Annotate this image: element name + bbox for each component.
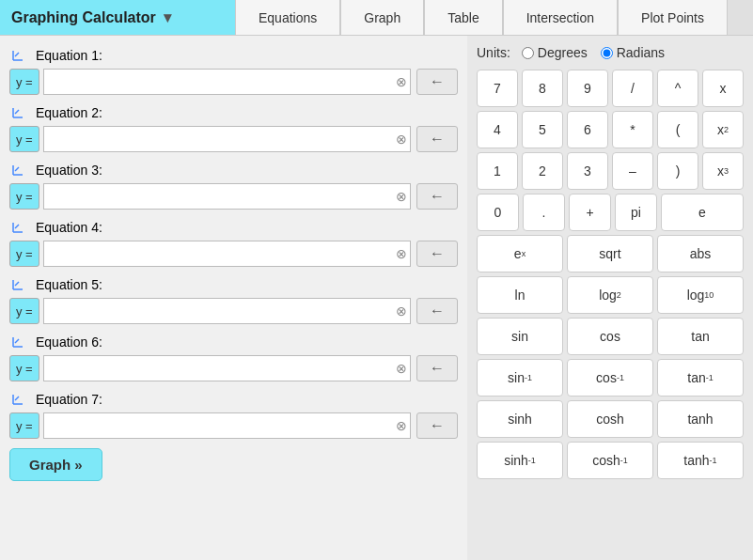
btn-9[interactable]: 9	[567, 70, 608, 107]
equation-clear-2[interactable]: ⊗	[396, 132, 407, 146]
btn-cos[interactable]: cos	[567, 318, 653, 355]
btn-open-paren[interactable]: (	[657, 111, 698, 148]
equation-label-3: Equation 3:	[36, 163, 102, 178]
equation-input-6[interactable]	[43, 355, 411, 381]
equation-clear-3[interactable]: ⊗	[396, 190, 407, 203]
btn-arcsinh[interactable]: sinh-1	[477, 442, 563, 479]
btn-log2[interactable]: log2	[567, 276, 653, 314]
btn-divide[interactable]: /	[612, 70, 653, 107]
degrees-radio-label[interactable]: Degrees	[522, 45, 588, 60]
btn-5[interactable]: 5	[522, 111, 563, 148]
equation-input-4[interactable]	[43, 241, 411, 267]
equation-clear-6[interactable]: ⊗	[396, 362, 407, 375]
equation-clear-4[interactable]: ⊗	[396, 247, 407, 260]
equation-backspace-4[interactable]: ←	[416, 241, 458, 267]
equations-list: Equation 1: y = ⊗ ←	[0, 36, 467, 560]
equation-input-row-6: y = ⊗ ←	[9, 355, 458, 381]
btn-sin[interactable]: sin	[477, 318, 563, 355]
equation-input-7[interactable]	[43, 412, 411, 439]
btn-close-paren[interactable]: )	[657, 152, 698, 190]
btn-sinh[interactable]: sinh	[477, 400, 563, 438]
btn-plus[interactable]: +	[569, 194, 611, 231]
equation-backspace-7[interactable]: ←	[416, 412, 458, 439]
btn-arccos[interactable]: cos-1	[567, 359, 653, 397]
equation-backspace-5[interactable]: ←	[416, 298, 458, 324]
radians-label: Radians	[617, 45, 665, 60]
equation-clear-7[interactable]: ⊗	[396, 419, 407, 432]
equation-input-3[interactable]	[43, 183, 411, 210]
tab-graph[interactable]: Graph	[340, 0, 424, 35]
btn-power[interactable]: ^	[657, 70, 698, 107]
equation-icon-1	[9, 45, 30, 66]
equation-header-6: Equation 6:	[9, 332, 458, 352]
equation-input-2[interactable]	[43, 126, 411, 152]
y-equals-3: y =	[9, 183, 39, 210]
equation-input-wrapper-2: ⊗	[43, 126, 411, 152]
y-equals-7: y =	[9, 412, 39, 439]
calc-row-4: 0 . + pi e	[477, 194, 744, 231]
btn-pi[interactable]: pi	[615, 194, 657, 231]
equation-input-5[interactable]	[43, 298, 411, 324]
tab-table[interactable]: Table	[424, 0, 502, 35]
app-title: Graphing Calculator ▾	[0, 0, 235, 35]
btn-tanh[interactable]: tanh	[657, 400, 744, 438]
equation-backspace-6[interactable]: ←	[416, 355, 458, 381]
btn-8[interactable]: 8	[522, 70, 563, 107]
btn-6[interactable]: 6	[567, 111, 608, 148]
equation-block-6: Equation 6: y = ⊗ ←	[9, 332, 458, 381]
tab-intersection[interactable]: Intersection	[503, 0, 618, 35]
equation-label-1: Equation 1:	[36, 48, 102, 63]
equation-block-2: Equation 2: y = ⊗ ←	[9, 102, 458, 152]
equation-icon-6	[9, 332, 30, 352]
btn-sqrt[interactable]: sqrt	[567, 235, 653, 272]
btn-x-cubed[interactable]: x3	[702, 152, 744, 190]
radians-radio[interactable]	[601, 47, 613, 59]
tab-plot-points[interactable]: Plot Points	[618, 0, 728, 35]
equation-icon-2	[9, 102, 30, 123]
btn-abs[interactable]: abs	[657, 235, 744, 272]
btn-tan[interactable]: tan	[657, 318, 744, 355]
equation-icon-3	[9, 160, 30, 180]
equation-input-row-3: y = ⊗ ←	[9, 183, 458, 210]
graph-button[interactable]: Graph »	[9, 448, 102, 481]
btn-7[interactable]: 7	[477, 70, 518, 107]
equation-block-1: Equation 1: y = ⊗ ←	[9, 45, 458, 95]
equation-icon-7	[9, 389, 30, 410]
equation-input-1[interactable]	[43, 69, 411, 95]
tab-equations[interactable]: Equations	[235, 0, 340, 35]
title-dropdown-icon[interactable]: ▾	[164, 8, 171, 26]
btn-0[interactable]: 0	[477, 194, 519, 231]
y-equals-6: y =	[9, 355, 39, 381]
calc-row-func-1: ex sqrt abs	[477, 235, 744, 272]
btn-ln[interactable]: ln	[477, 276, 563, 314]
radians-radio-label[interactable]: Radians	[601, 45, 665, 60]
btn-3[interactable]: 3	[567, 152, 608, 190]
btn-cosh[interactable]: cosh	[567, 400, 653, 438]
btn-exp[interactable]: ex	[477, 235, 563, 272]
degrees-radio[interactable]	[522, 47, 534, 59]
equation-backspace-3[interactable]: ←	[416, 183, 458, 210]
btn-log10[interactable]: log10	[657, 276, 744, 314]
equation-input-row-2: y = ⊗ ←	[9, 126, 458, 152]
btn-multiply[interactable]: *	[612, 111, 653, 148]
btn-1[interactable]: 1	[477, 152, 518, 190]
btn-x-squared[interactable]: x2	[702, 111, 744, 148]
btn-arctan[interactable]: tan-1	[657, 359, 744, 397]
main-content: Equation 1: y = ⊗ ←	[0, 36, 753, 560]
equation-backspace-1[interactable]: ←	[416, 69, 458, 95]
btn-arctanh[interactable]: tanh-1	[657, 442, 744, 479]
btn-arcsin[interactable]: sin-1	[477, 359, 563, 397]
calc-row-func-3: sin cos tan	[477, 318, 744, 355]
equation-header-1: Equation 1:	[9, 45, 458, 66]
btn-minus[interactable]: –	[612, 152, 653, 190]
btn-4[interactable]: 4	[477, 111, 518, 148]
btn-decimal[interactable]: .	[523, 194, 565, 231]
equation-backspace-2[interactable]: ←	[416, 126, 458, 152]
btn-arccosh[interactable]: cosh-1	[567, 442, 653, 479]
btn-e[interactable]: e	[661, 194, 744, 231]
equation-clear-1[interactable]: ⊗	[396, 75, 407, 88]
btn-x[interactable]: x	[702, 70, 744, 107]
y-equals-4: y =	[9, 241, 39, 267]
equation-clear-5[interactable]: ⊗	[396, 304, 407, 318]
btn-2[interactable]: 2	[522, 152, 563, 190]
